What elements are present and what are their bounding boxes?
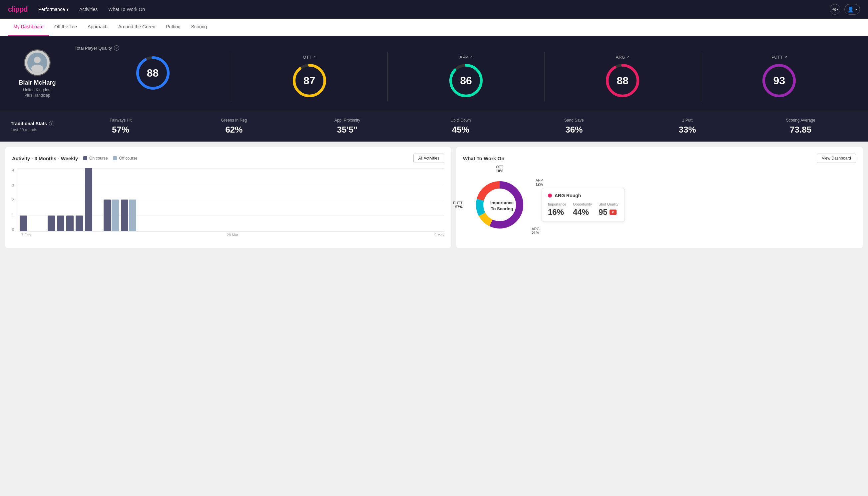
donut-label-ott: OTT 10% (496, 165, 503, 173)
player-name: Blair McHarg (19, 79, 56, 86)
bar-on-course-0[interactable] (20, 216, 27, 232)
gauge-putt-label: PUTT ↗ (771, 55, 787, 60)
bar-off-course-9[interactable] (112, 200, 119, 231)
nav-performance[interactable]: Performance ▾ (38, 7, 68, 12)
bar-group-3 (48, 216, 55, 232)
gauge-putt: PUTT ↗ 93 (701, 52, 857, 102)
quality-label: Total Player Quality ? (75, 45, 857, 51)
top-nav-left: clippd Performance ▾ Activities What To … (8, 5, 145, 14)
gauge-tpq-value: 88 (147, 67, 159, 79)
nav-what-to-work-on[interactable]: What To Work On (108, 7, 145, 12)
subnav-putting[interactable]: Putting (160, 19, 186, 36)
bar-group-6 (76, 216, 83, 232)
gauge-putt-chart: 93 (761, 62, 798, 99)
bar-group-7 (85, 168, 92, 231)
gauge-app-value: 86 (460, 75, 472, 87)
arg-shot-quality: Shot Quality 95 ▼ (599, 202, 618, 217)
gauge-app-chart: 86 (448, 62, 484, 99)
activity-chart-card: Activity - 3 Months - Weekly On course O… (5, 147, 451, 248)
arg-card-title: ARG Rough (548, 193, 618, 198)
top-nav-right: ⊕ ▾ 👤 ▾ (830, 4, 860, 15)
arg-importance: Importance 16% (548, 202, 566, 217)
avatar (24, 49, 51, 76)
player-info: Blair McHarg United Kingdom Plus Handica… (11, 49, 64, 98)
trad-stat-proximity: App. Proximity 35'5" (291, 118, 404, 135)
bar-on-course-4[interactable] (57, 216, 64, 232)
bar-off-course-10[interactable] (129, 200, 136, 231)
subnav-off-the-tee[interactable]: Off the Tee (49, 19, 82, 36)
legend-off-course-dot (113, 156, 117, 160)
nav-activities[interactable]: Activities (79, 7, 98, 12)
gauges-section: Total Player Quality ? 88 (75, 45, 857, 102)
arg-opportunity-value: 44% (573, 207, 592, 217)
what-to-work-header: What To Work On View Dashboard (463, 154, 856, 163)
gauge-arg: ARG ↗ 88 (545, 52, 701, 102)
logo[interactable]: clippd (8, 5, 28, 14)
arg-card: ARG Rough Importance 16% Opportunity 44%… (541, 188, 625, 222)
hero-section: Blair McHarg United Kingdom Plus Handica… (0, 36, 868, 111)
bar-on-course-5[interactable] (66, 216, 74, 232)
activity-chart-title: Activity - 3 Months - Weekly (12, 156, 78, 161)
trad-stat-fairways: Fairways Hit 57% (64, 118, 177, 135)
gauge-app: APP ↗ 86 (388, 52, 544, 102)
gauge-arg-value: 88 (617, 75, 629, 87)
traditional-stats-section: Traditional Stats ? Last 20 rounds Fairw… (0, 111, 868, 142)
donut-label-putt: PUTT 57% (453, 201, 463, 209)
trad-rounds: Last 20 rounds (11, 128, 64, 132)
arg-opportunity: Opportunity 44% (573, 202, 592, 217)
donut-label-app: APP 12% (536, 178, 543, 186)
bar-on-course-6[interactable] (76, 216, 83, 232)
stats-gauges: 88 OTT ↗ 87 (75, 52, 857, 102)
gauge-ott-chart: 87 (291, 62, 328, 99)
trad-stat-updown: Up & Down 45% (404, 118, 517, 135)
legend-on-course-dot (83, 156, 87, 160)
all-activities-button[interactable]: All Activities (413, 154, 444, 163)
donut-chart: OTT 10% APP 12% ARG 21% PUTT 57% (463, 168, 536, 242)
activity-chart-header: Activity - 3 Months - Weekly On course O… (12, 154, 444, 163)
sub-nav: My Dashboard Off the Tee Approach Around… (0, 19, 868, 36)
chart-area (18, 168, 444, 232)
donut-center-label: Importance To Scoring (490, 200, 514, 212)
player-handicap: Plus Handicap (24, 93, 50, 98)
add-button[interactable]: ⊕ ▾ (830, 4, 840, 15)
trad-info-icon[interactable]: ? (49, 121, 54, 126)
subnav-around-the-green[interactable]: Around the Green (113, 19, 160, 36)
bar-on-course-7[interactable] (85, 168, 92, 231)
chart-legend: On course Off course (83, 156, 138, 160)
bar-group-0 (20, 216, 27, 232)
bar-on-course-9[interactable] (104, 200, 111, 231)
arg-shot-quality-value: 95 ▼ (599, 207, 618, 217)
bar-group-4 (57, 216, 64, 232)
what-to-work-content: OTT 10% APP 12% ARG 21% PUTT 57% (463, 168, 856, 242)
trad-stat-greens: Greens In Reg 62% (177, 118, 290, 135)
gauge-ott-label: OTT ↗ (303, 55, 316, 60)
subnav-approach[interactable]: Approach (82, 19, 113, 36)
bar-group-10 (121, 200, 136, 231)
bar-group-9 (104, 200, 119, 231)
subnav-scoring[interactable]: Scoring (186, 19, 212, 36)
trad-stat-sand: Sand Save 36% (517, 118, 631, 135)
bar-on-course-3[interactable] (48, 216, 55, 232)
shot-quality-badge: ▼ (610, 210, 617, 215)
what-to-work-title: What To Work On (463, 156, 504, 161)
arg-importance-value: 16% (548, 207, 566, 217)
user-button[interactable]: 👤 ▾ (845, 4, 860, 15)
trad-stat-1putt: 1 Putt 33% (631, 118, 744, 135)
view-dashboard-button[interactable]: View Dashboard (817, 154, 856, 163)
card-header-left: Activity - 3 Months - Weekly On course O… (12, 156, 138, 161)
gauge-arg-chart: 88 (604, 62, 641, 99)
bar-on-course-10[interactable] (121, 200, 128, 231)
bar-chart: 4 3 2 1 0 (12, 168, 444, 242)
gauge-putt-value: 93 (773, 75, 785, 87)
info-icon[interactable]: ? (114, 45, 119, 51)
legend-off-course: Off course (113, 156, 137, 160)
gauge-tpq: 88 (75, 52, 231, 102)
bottom-section: Activity - 3 Months - Weekly On course O… (0, 142, 868, 253)
arg-metrics: Importance 16% Opportunity 44% Shot Qual… (548, 202, 618, 217)
arg-dot (548, 193, 552, 198)
subnav-my-dashboard[interactable]: My Dashboard (8, 19, 49, 36)
svg-point-2 (31, 65, 43, 73)
donut-label-arg: ARG 21% (532, 227, 540, 235)
top-nav: clippd Performance ▾ Activities What To … (0, 0, 868, 19)
svg-point-1 (34, 57, 41, 63)
